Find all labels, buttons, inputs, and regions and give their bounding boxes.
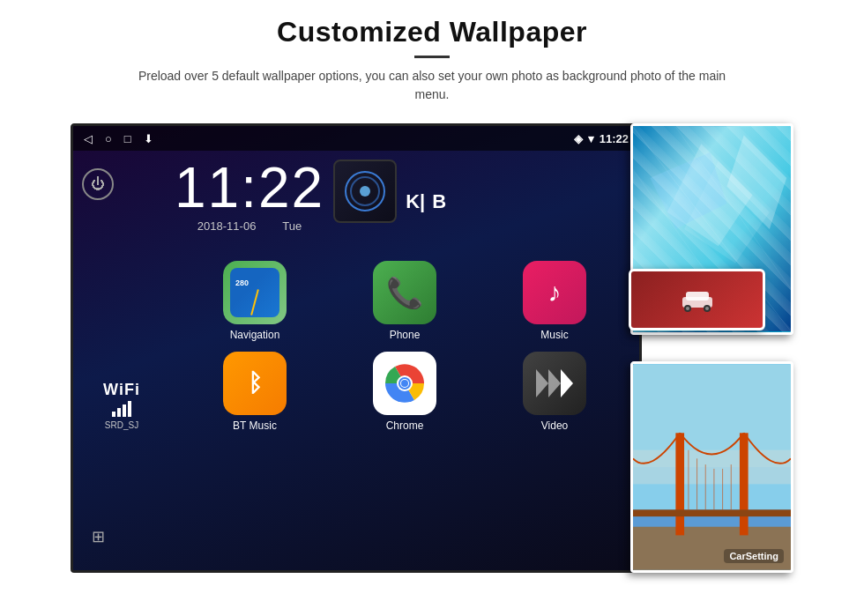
wifi-label: WiFi xyxy=(103,381,140,399)
app-item-music[interactable]: ♪ Music xyxy=(483,261,626,341)
app-item-phone[interactable]: 📞 Phone xyxy=(333,261,476,341)
location-icon: ◈ xyxy=(574,132,583,145)
apps-button[interactable]: ⊞ xyxy=(82,521,114,553)
wifi-bar-4 xyxy=(128,401,131,417)
center-area: 11:22 2018-11-06 Tue xyxy=(170,151,639,570)
music-icon: ♪ xyxy=(523,261,586,324)
svg-rect-25 xyxy=(740,433,749,535)
music-symbol: ♪ xyxy=(548,278,562,308)
header-section: Customized Wallpaper Preload over 5 defa… xyxy=(0,0,864,113)
clock-date-value: 2018-11-06 xyxy=(197,219,257,233)
status-bar-left: ◁ ○ □ ⬇ xyxy=(84,132,153,145)
phone-label: Phone xyxy=(390,329,421,341)
power-icon: ⏻ xyxy=(91,176,105,192)
video-icon xyxy=(523,352,586,415)
page-wrapper: Customized Wallpaper Preload over 5 defa… xyxy=(0,0,864,616)
left-sidebar: ⏻ WiFi SRD_SJ ⊞ xyxy=(73,151,170,570)
wifi-bar-2 xyxy=(117,408,121,417)
media-icons: K| B xyxy=(406,160,446,213)
download-icon: ⬇ xyxy=(144,132,153,145)
svg-point-18 xyxy=(705,307,709,310)
clock-widget: 11:22 2018-11-06 Tue xyxy=(175,160,324,233)
android-screen: ◁ ○ □ ⬇ ◈ ▾ 11:22 ⏻ xyxy=(71,123,642,573)
navigation-label: Navigation xyxy=(230,329,280,341)
carsetting-label: CarSetting xyxy=(724,549,784,563)
car-widget-card xyxy=(629,269,765,330)
bt-symbol: ᛒ xyxy=(248,369,263,397)
chrome-icon xyxy=(373,352,436,415)
wifi-icon: ▾ xyxy=(588,132,594,145)
svg-point-16 xyxy=(686,307,689,310)
svg-marker-9 xyxy=(726,136,786,229)
video-label: Video xyxy=(541,419,568,432)
app-item-video[interactable]: Video xyxy=(483,352,626,432)
wifi-widget: WiFi SRD_SJ xyxy=(82,381,161,430)
svg-marker-8 xyxy=(650,152,726,229)
video-chevrons xyxy=(536,369,573,397)
wallpaper-stack: CarSetting xyxy=(630,123,793,573)
wallpaper-bridge: CarSetting xyxy=(633,364,791,570)
svg-rect-21 xyxy=(633,450,791,485)
chrome-svg xyxy=(383,361,427,405)
clock-date: 2018-11-06 Tue xyxy=(175,219,324,233)
app-item-navigation[interactable]: 280 Navigation xyxy=(183,261,326,341)
btmusic-icon: ᛒ xyxy=(223,352,287,415)
status-bar-right: ◈ ▾ 11:22 xyxy=(574,132,629,145)
header-description: Preload over 5 default wallpaper options… xyxy=(123,67,741,104)
status-time: 11:22 xyxy=(600,132,629,145)
main-content: ⏻ WiFi SRD_SJ ⊞ xyxy=(73,151,639,570)
app-grid: 280 Navigation 📞 Phone xyxy=(175,261,635,432)
chevron-3 xyxy=(561,369,573,397)
phone-symbol: 📞 xyxy=(386,275,423,310)
recents-icon[interactable]: □ xyxy=(124,132,131,145)
power-button[interactable]: ⏻ xyxy=(82,168,114,200)
chevron-2 xyxy=(548,369,561,397)
wifi-bar-1 xyxy=(112,412,115,417)
svg-marker-7 xyxy=(684,161,770,263)
car-widget-inner xyxy=(675,286,719,313)
app-item-btmusic[interactable]: ᛒ BT Music xyxy=(183,352,326,432)
car-icon-svg xyxy=(675,286,719,313)
btmusic-label: BT Music xyxy=(233,419,277,432)
music-dot xyxy=(360,186,370,197)
bridge-svg xyxy=(633,364,791,570)
wifi-bars xyxy=(112,401,131,417)
music-signal-ring xyxy=(345,171,385,212)
screen-wrapper: ◁ ○ □ ⬇ ◈ ▾ 11:22 ⏻ xyxy=(71,123,793,573)
back-icon[interactable]: ◁ xyxy=(84,132,93,145)
navigation-icon: 280 xyxy=(223,261,287,324)
phone-icon: 📞 xyxy=(373,261,436,324)
apps-icon: ⊞ xyxy=(92,527,105,546)
svg-rect-26 xyxy=(633,509,791,516)
music-widget[interactable] xyxy=(333,160,397,223)
svg-rect-14 xyxy=(686,292,709,301)
top-row: 11:22 2018-11-06 Tue xyxy=(175,160,635,250)
svg-marker-6 xyxy=(667,144,753,246)
k1-icon: K| xyxy=(406,190,425,213)
header-divider xyxy=(414,56,450,58)
nav-map-label: 280 xyxy=(235,278,249,287)
wifi-bar-3 xyxy=(123,404,126,417)
status-bar: ◁ ○ □ ⬇ ◈ ▾ 11:22 xyxy=(73,126,639,151)
b-icon: B xyxy=(432,190,446,213)
home-icon[interactable]: ○ xyxy=(105,132,112,145)
svg-line-11 xyxy=(675,127,791,289)
svg-rect-24 xyxy=(675,433,684,535)
clock-time: 11:22 xyxy=(175,160,324,216)
wallpaper-bottom[interactable]: CarSetting xyxy=(630,361,793,573)
map-road xyxy=(250,289,259,315)
chevron-1 xyxy=(536,369,548,397)
app-item-chrome[interactable]: Chrome xyxy=(333,352,476,432)
music-label: Music xyxy=(540,329,568,341)
chrome-label: Chrome xyxy=(386,419,424,432)
page-title: Customized Wallpaper xyxy=(53,16,811,48)
wifi-name: SRD_SJ xyxy=(105,420,138,430)
clock-day-value: Tue xyxy=(282,219,302,233)
svg-point-4 xyxy=(401,380,408,387)
